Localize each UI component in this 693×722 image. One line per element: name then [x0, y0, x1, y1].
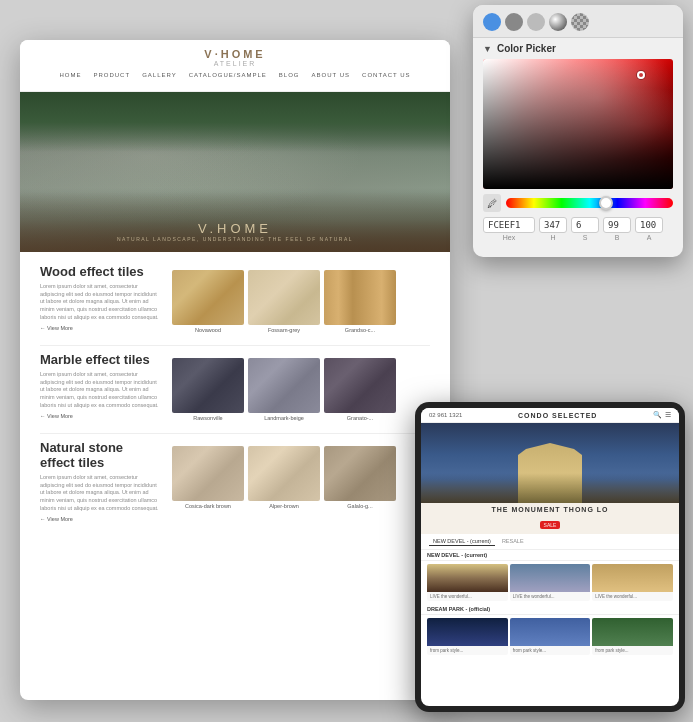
- hex-label: Hex: [483, 234, 535, 241]
- hero-area: V.HOME NATURAL LANDSCAPE, UNDERSTANDING …: [20, 92, 450, 252]
- tile-rawsonville[interactable]: Rawsonville: [172, 358, 244, 421]
- site-nav: HOME PRODUCT GALLERY CATALOGUE/SAMPLE BL…: [40, 67, 430, 83]
- tablet-card-5[interactable]: from park style...: [510, 618, 591, 655]
- tablet-card-3[interactable]: LIVE the wonderful...: [592, 564, 673, 601]
- picker-mode-sphere[interactable]: [549, 13, 567, 31]
- tile-label-galalo: Galalo-g...: [324, 503, 396, 509]
- tablet-logo: CONDO SELECTED: [518, 412, 597, 419]
- tile-img-landmark: [248, 358, 320, 413]
- tablet-hero: [421, 423, 679, 503]
- a-input-group: A: [635, 217, 663, 241]
- picker-toolbar: [473, 5, 683, 38]
- tile-img-novawood: [172, 270, 244, 325]
- card-text-4: from park style...: [427, 646, 508, 655]
- tablet-logo-area: CONDO SELECTED: [518, 412, 597, 419]
- tablet-card-2[interactable]: LIVE the wonderful...: [510, 564, 591, 601]
- tile-granato[interactable]: Granato-...: [324, 358, 396, 421]
- picker-mode-light[interactable]: [527, 13, 545, 31]
- h-input[interactable]: [539, 217, 567, 233]
- nav-home[interactable]: HOME: [59, 72, 81, 78]
- marble-view-more[interactable]: ← View More: [40, 413, 160, 419]
- marble-section-title: Marble effect tiles: [40, 352, 160, 367]
- tile-fossam[interactable]: Fossam-grey: [248, 270, 320, 333]
- tile-label-grandso: Grandso-c...: [324, 327, 396, 333]
- color-gradient-area[interactable]: [483, 59, 673, 189]
- tile-img-rawsonville: [172, 358, 244, 413]
- picker-title: Color Picker: [497, 43, 556, 54]
- hex-input-group: Hex: [483, 217, 535, 241]
- tablet-card-4[interactable]: from park style...: [427, 618, 508, 655]
- tablet-nav-icons: 🔍 ☰: [653, 411, 671, 419]
- marble-tiles: Rawsonville Landmark-beige Granato-...: [172, 358, 396, 421]
- tile-cosica[interactable]: Cosica-dark brown: [172, 446, 244, 509]
- card-text-2: LIVE the wonderful...: [510, 592, 591, 601]
- tile-label-rawsonville: Rawsonville: [172, 415, 244, 421]
- card-img-6: [592, 618, 673, 646]
- s-input[interactable]: [571, 217, 599, 233]
- picker-cursor[interactable]: [637, 71, 645, 79]
- card-text-5: from park style...: [510, 646, 591, 655]
- marble-section-text: Lorem ipsum dolor sit amet, consectetur …: [40, 371, 160, 409]
- hue-thumb[interactable]: [599, 196, 613, 210]
- tab-resale[interactable]: RESALE: [498, 537, 528, 546]
- search-icon[interactable]: 🔍: [653, 411, 662, 419]
- hex-input[interactable]: [483, 217, 535, 233]
- wood-section: Wood effect tiles Lorem ipsum dolor sit …: [40, 264, 430, 337]
- tablet-property-title: THE MONUMENT THONG LO: [429, 506, 671, 513]
- stone-section-text: Lorem ipsum dolor sit amet, consectetur …: [40, 474, 160, 512]
- tile-label-alper: Alper-brown: [248, 503, 320, 509]
- tile-landmark[interactable]: Landmark-beige: [248, 358, 320, 421]
- brightness-layer: [483, 59, 673, 189]
- tab-new-devel[interactable]: NEW DEVEL - (current): [429, 537, 495, 546]
- wood-tiles: Novawood Fossam-grey Grandso-c...: [172, 270, 396, 333]
- wood-section-info: Wood effect tiles Lorem ipsum dolor sit …: [40, 264, 160, 331]
- tile-img-galalo: [324, 446, 396, 501]
- b-input[interactable]: [603, 217, 631, 233]
- picker-mode-color[interactable]: [483, 13, 501, 31]
- tile-img-cosica: [172, 446, 244, 501]
- picker-mode-grid[interactable]: [571, 13, 589, 31]
- card-img-5: [510, 618, 591, 646]
- hero-trees: [20, 92, 450, 152]
- nav-contact[interactable]: CONTACT US: [362, 72, 410, 78]
- tile-label-granato: Granato-...: [324, 415, 396, 421]
- wood-section-text: Lorem ipsum dolor sit amet, consectetur …: [40, 283, 160, 321]
- divider-2: [40, 433, 430, 434]
- card-text-1: LIVE the wonderful...: [427, 592, 508, 601]
- marble-section: Marble effect tiles Lorem ipsum dolor si…: [40, 352, 430, 425]
- sale-badge: SALE: [540, 521, 561, 529]
- tile-grandso[interactable]: Grandso-c...: [324, 270, 396, 333]
- wood-section-title: Wood effect tiles: [40, 264, 160, 279]
- tablet-section-new: NEW DEVEL - (current): [421, 550, 679, 561]
- tile-alper[interactable]: Alper-brown: [248, 446, 320, 509]
- card-text-6: from park style...: [592, 646, 673, 655]
- hue-slider[interactable]: [506, 198, 673, 208]
- tablet-mockup: 02 961 1321 CONDO SELECTED 🔍 ☰ THE MONUM…: [415, 402, 685, 712]
- chevron-down-icon: ▼: [483, 44, 492, 54]
- tile-novawood[interactable]: Novawood: [172, 270, 244, 333]
- a-input[interactable]: [635, 217, 663, 233]
- tile-label-novawood: Novawood: [172, 327, 244, 333]
- hue-slider-row: 🖉: [483, 194, 673, 212]
- picker-mode-gray[interactable]: [505, 13, 523, 31]
- tile-galalo[interactable]: Galalo-g...: [324, 446, 396, 509]
- hero-overlay: V.HOME NATURAL LANDSCAPE, UNDERSTANDING …: [20, 192, 450, 252]
- site-logo: V·HOME: [40, 48, 430, 60]
- h-input-group: H: [539, 217, 567, 241]
- nav-product[interactable]: PRODUCT: [93, 72, 130, 78]
- nav-gallery[interactable]: GALLERY: [142, 72, 177, 78]
- stone-view-more[interactable]: ← View More: [40, 516, 160, 522]
- tablet-card-1[interactable]: LIVE the wonderful...: [427, 564, 508, 601]
- tablet-grid-top: LIVE the wonderful... LIVE the wonderful…: [421, 561, 679, 604]
- wood-view-more[interactable]: ← View More: [40, 325, 160, 331]
- tile-img-grandso: [324, 270, 396, 325]
- card-img-2: [510, 564, 591, 592]
- menu-icon[interactable]: ☰: [665, 411, 671, 419]
- eyedropper-button[interactable]: 🖉: [483, 194, 501, 212]
- stone-section-info: Natural stone effect tiles Lorem ipsum d…: [40, 440, 160, 522]
- nav-about[interactable]: ABOUT US: [312, 72, 351, 78]
- nav-blog[interactable]: BLOG: [279, 72, 300, 78]
- building-shape: [510, 443, 590, 503]
- tablet-card-6[interactable]: from park style...: [592, 618, 673, 655]
- nav-catalogue[interactable]: CATALOGUE/SAMPLE: [189, 72, 267, 78]
